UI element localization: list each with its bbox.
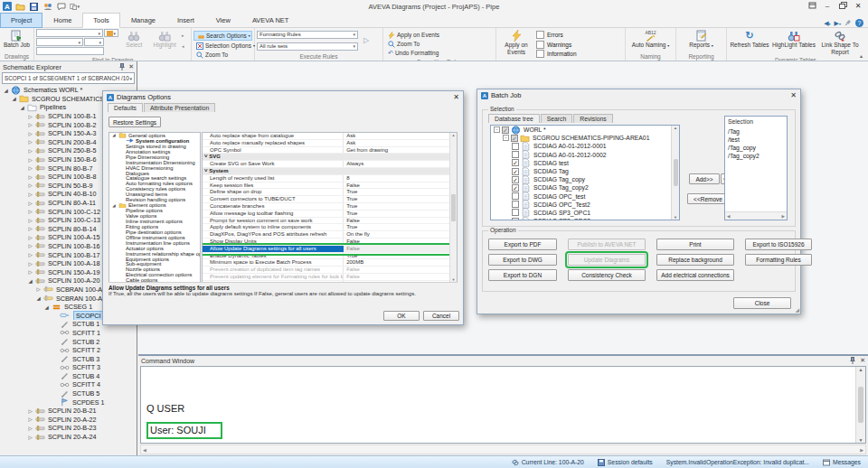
setting-value[interactable]: False bbox=[344, 267, 450, 273]
link-shape-to-report-button[interactable]: Link Shape To Report bbox=[817, 29, 863, 55]
ribbon-tab-insert[interactable]: Insert bbox=[166, 13, 205, 28]
selection-list-hscrollbar[interactable]: ◀▶ bbox=[725, 211, 787, 220]
add-electrical-connections-button[interactable]: Add electrical connections bbox=[656, 269, 734, 281]
ribbon-tab-home[interactable]: Home bbox=[42, 13, 82, 28]
setting-value[interactable]: Always bbox=[344, 161, 450, 167]
explorer-element-combo[interactable]: SCOPCI 1 of SCSEGMENT 1 of SCBRANCH /100… bbox=[2, 72, 135, 84]
expander-icon[interactable]: ▷ bbox=[27, 269, 33, 275]
setting-value[interactable]: On the fly bbox=[344, 231, 450, 238]
item-checkbox[interactable] bbox=[512, 168, 519, 175]
settings-row[interactable]: Show Display UnitsFalse bbox=[203, 239, 450, 246]
expander-icon[interactable]: ◢ bbox=[11, 96, 17, 101]
batch-tab-search[interactable]: Search bbox=[541, 114, 573, 123]
status-item[interactable]: System.InvalidOperationException: Invali… bbox=[666, 459, 809, 465]
settings-row[interactable]: Prompt for session comment on save workF… bbox=[203, 218, 450, 225]
tree-item[interactable]: SCTUB 3 bbox=[0, 354, 137, 363]
tree-item[interactable]: SCFITT 2 bbox=[0, 346, 137, 355]
item-checkbox[interactable] bbox=[511, 135, 518, 142]
settings-row[interactable]: Prevent creation of duplicated item tag … bbox=[203, 267, 450, 274]
copy-icon[interactable]: ▾ bbox=[70, 2, 80, 11]
expander-icon[interactable]: ◢ bbox=[27, 278, 33, 284]
expander-icon[interactable]: ◢ bbox=[111, 133, 117, 137]
item-checkbox[interactable] bbox=[512, 209, 519, 216]
batch-tree-item[interactable]: SCDIAG test bbox=[491, 159, 679, 167]
expander-icon[interactable]: ▷ bbox=[27, 218, 33, 223]
setting-value[interactable]: True bbox=[344, 196, 450, 202]
options-grid-scrollbar[interactable]: ▲▼ bbox=[449, 133, 457, 282]
batch-tree-item[interactable]: SCDIAG Tag bbox=[491, 167, 679, 175]
expander-icon[interactable]: ▷ bbox=[27, 435, 33, 440]
options-tab-attribute-presentation[interactable]: Attribute Presentation bbox=[144, 103, 215, 112]
item-checkbox[interactable] bbox=[512, 143, 519, 150]
find-op-combo[interactable]: ▾ bbox=[84, 38, 104, 46]
batch-tab-revisions[interactable]: Revisions bbox=[573, 114, 612, 123]
close-button[interactable]: Close bbox=[733, 297, 791, 309]
expander-icon[interactable]: ▷ bbox=[27, 408, 33, 414]
apply-on-events-consistency-button[interactable]: Apply on Events bbox=[498, 29, 534, 55]
app-logo-icon[interactable]: A bbox=[3, 2, 12, 11]
apply-on-events-formatting-button[interactable]: Apply on Events bbox=[385, 31, 442, 39]
errors-checkbox[interactable] bbox=[536, 31, 544, 39]
refresh-tables-button[interactable]: ↻ Refresh Tables bbox=[729, 29, 770, 49]
expander-icon[interactable]: ▷ bbox=[27, 201, 33, 206]
highlight-button[interactable]: Highlight bbox=[149, 29, 180, 49]
expander-icon[interactable]: ▷ bbox=[27, 165, 33, 171]
auto-naming-button[interactable]: AB12 Auto Naming ▾ bbox=[632, 29, 670, 50]
tree-item[interactable]: ▷SCPLIN 20-A-24 bbox=[0, 433, 137, 442]
options-dialog-close-button[interactable]: ✕ bbox=[453, 93, 459, 101]
select-button[interactable]: Select bbox=[120, 29, 147, 49]
setting-value[interactable]: False bbox=[344, 183, 450, 189]
information-checkbox-row[interactable]: Information bbox=[536, 50, 577, 59]
batch-tree-item[interactable]: SCDIAG SP3_OPC1 bbox=[491, 209, 679, 217]
ribbon-tab-project[interactable]: Project bbox=[0, 13, 42, 28]
formatting-rules-button[interactable]: Formatting Rules bbox=[745, 254, 812, 266]
execute-rule-sets-combo[interactable]: All rule sets▾ bbox=[257, 42, 358, 51]
batch-tree-item[interactable]: -SCGROU SCHEMATICS-PIPING-AREA01 bbox=[491, 134, 679, 142]
export-to-pdf-button[interactable]: Export to PDF bbox=[488, 239, 557, 250]
execute-run-icon[interactable]: ▷ bbox=[363, 36, 369, 44]
errors-checkbox-row[interactable]: Errors bbox=[536, 31, 577, 40]
selection-list-item[interactable]: /Tag_copy bbox=[725, 144, 787, 152]
setting-value[interactable]: Ask bbox=[344, 133, 450, 139]
batch-tree-item[interactable]: SCDIAG A0-01-2012-0002 bbox=[491, 151, 679, 159]
expander-icon[interactable]: ▷ bbox=[27, 122, 33, 127]
setting-value[interactable]: False bbox=[344, 246, 450, 252]
settings-row[interactable]: Concatenate branchesTrue bbox=[203, 203, 450, 211]
expander-icon[interactable]: ◢ bbox=[19, 105, 25, 110]
find-attr-combo[interactable]: ▾ bbox=[36, 38, 83, 46]
expander-icon[interactable]: ▷ bbox=[27, 261, 33, 267]
tree-item[interactable]: SCTUB 2 bbox=[0, 337, 137, 346]
add-button[interactable]: Add>> bbox=[689, 173, 720, 184]
status-item[interactable]: Session defaults bbox=[598, 459, 653, 466]
undo-formatting-button[interactable]: ↶ Undo Formatting bbox=[385, 49, 442, 57]
expander-icon[interactable]: ◢ bbox=[3, 88, 9, 93]
save-icon[interactable] bbox=[29, 2, 39, 11]
expander-icon[interactable]: ▷ bbox=[35, 286, 42, 292]
item-checkbox[interactable] bbox=[512, 151, 519, 158]
settings-row[interactable]: Apply default system to inline component… bbox=[203, 224, 450, 231]
setting-value[interactable]: 8 bbox=[344, 175, 450, 182]
tree-item[interactable]: SCTUB 4 bbox=[0, 372, 137, 381]
settings-row[interactable]: Keep session filesFalse bbox=[203, 183, 450, 190]
ribbon-tab-aveva-net[interactable]: AVEVA NET bbox=[241, 13, 300, 28]
item-checkbox[interactable] bbox=[502, 126, 509, 134]
settings-row[interactable]: Create SVG on Save WorkAlways bbox=[203, 161, 450, 168]
find-type-combo[interactable]: ▾ bbox=[36, 29, 103, 37]
export-to-iso15926-button[interactable]: Export to ISO15926 bbox=[745, 239, 812, 250]
options-tab-defaults[interactable]: Defaults bbox=[108, 103, 143, 112]
expander-icon[interactable]: ◢ bbox=[35, 295, 42, 301]
export-to-dwg-button[interactable]: Export to DWG bbox=[488, 254, 557, 266]
batch-tree-item[interactable]: SCDIAG OPC_Test2 bbox=[491, 201, 679, 209]
expander-icon[interactable]: ▷ bbox=[27, 252, 33, 257]
setting-value[interactable]: False bbox=[344, 274, 450, 280]
update-diagrams-button[interactable]: Update Diagrams bbox=[568, 254, 646, 266]
selection-options-button[interactable]: Selection Options▾ bbox=[193, 42, 252, 50]
settings-row[interactable]: Length of recently used list8 bbox=[203, 175, 450, 183]
setting-value[interactable]: Ask bbox=[344, 140, 450, 146]
publish-to-aveva-net-button[interactable]: Publish to AVEVA NET bbox=[568, 239, 646, 250]
batch-tree-item[interactable]: SCDIAG A0-01-2012-0001 bbox=[491, 142, 679, 150]
expander-icon[interactable]: - bbox=[503, 135, 509, 141]
expander-icon[interactable]: ▷ bbox=[27, 417, 33, 422]
tree-item[interactable]: ▷SCPLIN 20-A-22 bbox=[0, 416, 137, 425]
batch-tree-item[interactable]: SCDIAG OPC_test bbox=[491, 192, 679, 201]
